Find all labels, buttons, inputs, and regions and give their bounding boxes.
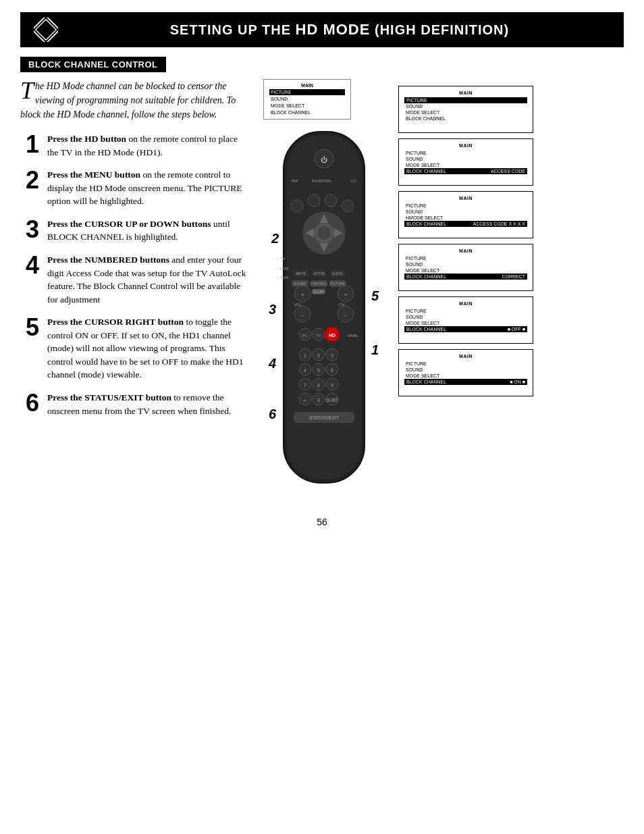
screen-6-block: BLOCK CHANNEL■ ON ■: [404, 379, 527, 385]
svg-text:3: 3: [331, 353, 333, 358]
step-3: 3 Press the CURSOR UP or DOWN buttons un…: [20, 217, 250, 244]
screen-5-title: MAIN: [404, 301, 527, 306]
step-5: 5 Press the CURSOR RIGHT button to toggl…: [20, 315, 250, 382]
screen-6-picture: PICTURE: [404, 361, 527, 367]
step-text-3: Press the CURSOR UP or DOWN buttons unti…: [47, 217, 250, 244]
screen-2-block: BLOCK CHANNELACCESS CODE: [404, 168, 527, 174]
svg-text:1: 1: [304, 353, 306, 358]
svg-text:– TV: – TV: [277, 257, 286, 261]
step-text-1: Press the HD button on the remote contro…: [47, 132, 250, 159]
screen-3-picture: PICTURE: [404, 203, 527, 209]
screen-5-sound: SOUND: [404, 314, 527, 320]
svg-text:6: 6: [269, 407, 277, 421]
screen-3: MAIN PICTURE SOUND HMODE SELECT BLOCK CH…: [398, 191, 533, 238]
right-column: MAIN PICTURE SOUND MODE SELECT BLOCK CHA…: [257, 79, 624, 503]
svg-point-19: [342, 200, 354, 212]
svg-text:5: 5: [371, 288, 379, 303]
screen-2-mode: MODE SELECT: [404, 162, 527, 168]
svg-text:2: 2: [271, 231, 279, 246]
step-text-5: Press the CURSOR RIGHT button to toggle …: [47, 315, 250, 382]
screen-4-sound: SOUND: [404, 261, 527, 267]
intro-text: The HD Mode channel can be blocked to ce…: [20, 79, 250, 122]
svg-text:–: –: [344, 312, 348, 318]
step-1: 1 Press the HD button on the remote cont…: [20, 132, 250, 159]
step-number-4: 4: [20, 253, 39, 278]
screen-1-block: BLOCK CHANNEL: [404, 115, 527, 122]
svg-text:⏻: ⏻: [321, 156, 327, 163]
screen-5-mode: MODE SELECT: [404, 320, 527, 326]
screen-3-title: MAIN: [404, 196, 527, 201]
svg-text:MUTE: MUTE: [296, 271, 306, 276]
svg-text:POSITION: POSITION: [312, 179, 331, 183]
remote-svg: ⏻ PIP POSITION CC: [257, 125, 392, 503]
svg-text:CONTROL: CONTROL: [311, 282, 327, 286]
screen-1-sound: SOUND: [404, 103, 527, 109]
step-text-4: Press the NUMBERED buttons and enter you…: [47, 253, 250, 306]
screen-5-picture: PICTURE: [404, 308, 527, 314]
step-number-5: 5: [20, 315, 39, 340]
step-number-6: 6: [20, 391, 39, 415]
svg-text:9: 9: [331, 383, 333, 388]
left-column: The HD Mode channel can be blocked to ce…: [20, 79, 250, 503]
step-text-2: Press the MENU button on the remote cont…: [47, 168, 250, 208]
svg-text:TV: TV: [316, 334, 321, 338]
svg-point-18: [325, 194, 337, 207]
svg-point-15: [317, 226, 331, 240]
step-number-3: 3: [20, 217, 39, 242]
svg-text:SOUND: SOUND: [294, 282, 306, 286]
svg-point-17: [308, 194, 320, 207]
step-2: 2 Press the MENU button on the remote co…: [20, 168, 250, 208]
screen-1-picture: PICTURE: [404, 97, 527, 103]
svg-text:4: 4: [268, 356, 276, 371]
remote-illustration: MAIN PICTURE SOUND MODE SELECT BLOCK CHA…: [257, 79, 392, 503]
main-content: The HD Mode channel can be blocked to ce…: [20, 79, 624, 503]
step-text-6: Press the STATUS/EXIT button to remove t…: [47, 391, 250, 417]
screens-column: MAIN PICTURE SOUND MODE SELECT BLOCK CHA…: [398, 86, 533, 396]
svg-text:PIP: PIP: [292, 179, 298, 183]
drop-cap: T: [20, 80, 34, 101]
screen-6: MAIN PICTURE SOUND MODE SELECT BLOCK CHA…: [398, 349, 533, 396]
svg-text:– VCR: – VCR: [277, 276, 289, 280]
svg-text:+: +: [301, 292, 304, 298]
screen-3-block: BLOCK CHANNELACCESS CODE X X X X: [404, 221, 527, 227]
svg-text:5: 5: [317, 368, 320, 373]
svg-text:– DVD: – DVD: [277, 267, 289, 271]
svg-text:HD: HD: [329, 333, 336, 338]
step-number-2: 2: [20, 168, 39, 192]
screen-2: MAIN PICTURE SOUND MODE SELECT BLOCK CHA…: [398, 138, 533, 186]
screen-4-title: MAIN: [404, 249, 527, 253]
svg-text:+: +: [344, 292, 348, 298]
svg-text:0: 0: [317, 398, 320, 402]
svg-text:AUDIO: AUDIO: [332, 271, 343, 276]
svg-text:3: 3: [269, 302, 276, 317]
svg-text:-/-: -/-: [303, 398, 308, 402]
screen-6-sound: SOUND: [404, 367, 527, 373]
screen-3-mode: HMODE SELECT: [404, 215, 527, 221]
screen-4: MAIN PICTURE SOUND MODE SELECT BLOCK CHA…: [398, 244, 533, 291]
svg-text:STATUS/EXIT: STATUS/EXIT: [309, 415, 340, 420]
svg-rect-0: [34, 18, 58, 42]
svg-text:4: 4: [304, 368, 306, 373]
screen-2-sound: SOUND: [404, 156, 527, 162]
screen-5: MAIN PICTURE SOUND MODE SELECT BLOCK CHA…: [398, 296, 533, 344]
svg-text:PC: PC: [302, 334, 308, 338]
screen-5-block: BLOCK CHANNEL■ OFF ■: [404, 326, 527, 332]
svg-point-16: [291, 200, 303, 212]
svg-text:7: 7: [304, 383, 306, 388]
page-header: Setting up the HD Mode (High Definition): [20, 12, 624, 47]
step-number-1: 1: [20, 132, 39, 157]
screen-4-block: BLOCK CHANNELCORRECT: [404, 273, 527, 280]
svg-text:6: 6: [331, 368, 333, 373]
svg-text:2: 2: [317, 353, 320, 358]
svg-text:CC: CC: [351, 179, 357, 183]
svg-text:SUBT: SUBT: [326, 398, 339, 402]
screen-1-mode: MODE SELECT: [404, 109, 527, 115]
svg-text:8: 8: [317, 383, 320, 388]
screen-1-title: MAIN: [404, 90, 527, 95]
step-4: 4 Press the NUMBERED buttons and enter y…: [20, 253, 250, 306]
screen-2-title: MAIN: [404, 143, 527, 148]
screen-4-mode: MODE SELECT: [404, 267, 527, 273]
screen-3-sound: SOUND: [404, 209, 527, 215]
svg-text:1: 1: [371, 342, 379, 357]
screen-6-title: MAIN: [404, 354, 527, 359]
